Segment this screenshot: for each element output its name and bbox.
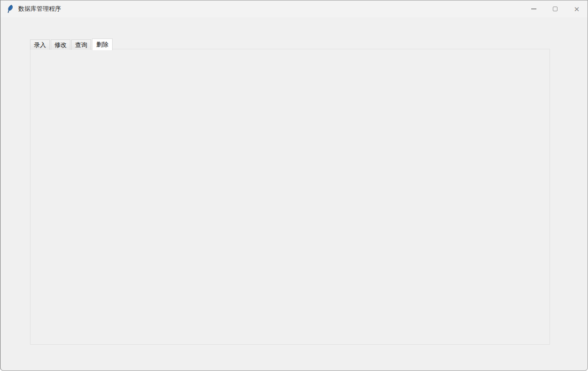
minimize-button[interactable]: [523, 0, 544, 17]
app-window: 数据库管理程序 ✕ 录入 修改 查询 删除 请选择需要删除的表: s scl: [0, 0, 588, 371]
maximize-button[interactable]: [544, 0, 566, 17]
title-bar[interactable]: 数据库管理程序 ✕: [0, 0, 588, 17]
tab-input[interactable]: 录入: [30, 39, 50, 50]
window-title: 数据库管理程序: [18, 5, 61, 13]
maximize-icon: [553, 7, 557, 11]
tab-query[interactable]: 查询: [71, 39, 91, 50]
window-controls: ✕: [523, 0, 588, 17]
delete-tab-panel: [30, 49, 550, 345]
tk-feather-icon: [6, 5, 14, 13]
tab-delete[interactable]: 删除: [92, 39, 113, 50]
tab-bar: 录入 修改 查询 删除: [30, 39, 114, 50]
close-icon: ✕: [574, 6, 580, 13]
close-button[interactable]: ✕: [566, 0, 588, 17]
tab-modify[interactable]: 修改: [51, 39, 70, 50]
minimize-icon: [531, 8, 536, 9]
